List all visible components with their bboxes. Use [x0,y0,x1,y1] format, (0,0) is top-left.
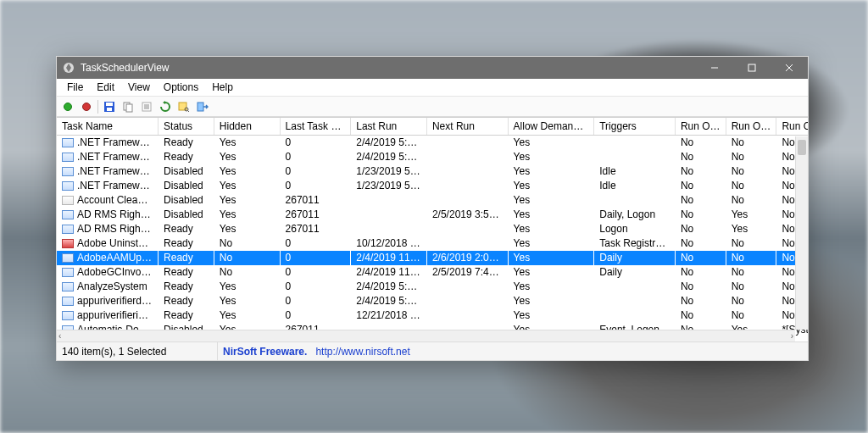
find-button[interactable] [176,99,192,114]
cell[interactable]: Ready [159,236,214,251]
cell[interactable]: Yes [214,222,280,236]
cell[interactable]: Yes [214,280,280,294]
cell[interactable]: Idle [594,179,676,193]
cell[interactable]: Yes [214,150,280,164]
cell[interactable]: 2/4/2019 11:46... [351,265,427,280]
cell[interactable]: No [726,236,776,251]
cell[interactable]: Disabled [159,208,214,222]
cell[interactable]: No [726,193,776,208]
cell[interactable]: No [675,280,726,294]
cell[interactable] [426,179,508,193]
cell[interactable]: Ready [159,308,214,323]
cell[interactable]: Daily, Logon [594,208,676,222]
maximize-button[interactable] [733,57,771,79]
cell[interactable]: .NET Framework ... [57,136,159,150]
cell[interactable]: Task Registrati... [594,236,676,251]
cell[interactable] [426,136,508,150]
cell[interactable] [426,164,508,179]
cell[interactable]: 0 [280,294,351,308]
menu-file[interactable]: File [60,80,90,95]
table-row[interactable]: .NET Framework ...ReadyYes02/4/2019 5:50… [57,136,808,150]
cell[interactable]: No [726,308,776,323]
vertical-scrollbar[interactable] [795,136,808,330]
cell[interactable]: Yes [508,164,594,179]
disable-task-button[interactable] [79,99,94,114]
table-row[interactable]: appuriverifierinst...ReadyYes012/21/2018… [57,308,808,323]
cell[interactable]: 0 [280,150,351,164]
menu-help[interactable]: Help [205,80,240,95]
scroll-left-icon[interactable]: ‹ [58,331,61,341]
cell[interactable]: 267011 [280,193,351,208]
cell[interactable]: AdobeGCInvoker... [57,265,159,280]
cell[interactable]: Yes [508,251,594,265]
exit-button[interactable] [195,99,210,114]
table-row[interactable]: AdobeAAMUpd...ReadyNo02/4/2019 11:46...2… [57,251,808,265]
column-header[interactable]: Hidden [214,118,280,136]
cell[interactable]: appuriverifierinst... [57,308,159,323]
cell[interactable]: 2/5/2019 7:45:... [426,265,508,280]
cell[interactable]: 1/23/2019 5:44... [351,164,427,179]
cell[interactable]: No [726,280,776,294]
cell[interactable]: Ready [159,251,214,265]
cell[interactable]: No [726,136,776,150]
cell[interactable]: Yes [508,179,594,193]
column-header[interactable]: Status [159,118,214,136]
cell[interactable]: 2/4/2019 5:50:... [351,294,427,308]
cell[interactable]: Disabled [159,193,214,208]
table-row[interactable]: appuriverifierdailyReadyYes02/4/2019 5:5… [57,294,808,308]
cell[interactable]: No [675,265,726,280]
cell[interactable]: 12/21/2018 7:4... [351,308,427,323]
cell[interactable]: 0 [280,280,351,294]
cell[interactable]: 0 [280,179,351,193]
cell[interactable]: Yes [508,280,594,294]
column-header[interactable]: Task Name [57,118,159,136]
table-row[interactable]: AdobeGCInvoker...ReadyNo02/4/2019 11:46.… [57,265,808,280]
cell[interactable]: Ready [159,265,214,280]
cell[interactable]: Yes [508,193,594,208]
cell[interactable]: AD RMS Rights P... [57,222,159,236]
cell[interactable]: Ready [159,136,214,150]
cell[interactable] [351,208,427,222]
column-header[interactable]: Last Task Re... [280,118,351,136]
cell[interactable]: 2/4/2019 5:51:... [351,280,427,294]
scroll-right-icon[interactable]: › [791,331,793,341]
cell[interactable]: No [675,150,726,164]
cell[interactable]: Yes [508,236,594,251]
cell[interactable]: Yes [508,150,594,164]
menu-view[interactable]: View [121,80,157,95]
cell[interactable]: Yes [214,179,280,193]
cell[interactable] [594,150,676,164]
cell[interactable]: Yes [508,208,594,222]
cell[interactable]: No [726,294,776,308]
cell[interactable]: Yes [726,208,776,222]
save-button[interactable] [102,99,117,114]
cell[interactable]: Idle [594,164,676,179]
cell[interactable]: 0 [280,308,351,323]
cell[interactable]: AD RMS Rights P... [57,208,159,222]
table-row[interactable]: AD RMS Rights P...ReadyYes267011YesLogon… [57,222,808,236]
cell[interactable]: Yes [214,193,280,208]
column-header[interactable]: Last Run [351,118,427,136]
cell[interactable]: 0 [280,236,351,251]
column-header[interactable]: Allow Demand S... [508,118,594,136]
cell[interactable]: Ready [159,150,214,164]
scrollbar-thumb[interactable] [798,140,806,155]
cell[interactable]: Daily [594,265,676,280]
cell[interactable] [594,136,676,150]
cell[interactable] [426,308,508,323]
cell[interactable]: Yes [508,136,594,150]
cell[interactable]: No [675,236,726,251]
cell[interactable] [426,294,508,308]
cell[interactable]: .NET Framework ... [57,179,159,193]
cell[interactable]: No [726,150,776,164]
cell[interactable]: Yes [726,222,776,236]
cell[interactable]: 267011 [280,208,351,222]
properties-button[interactable] [139,99,154,114]
cell[interactable]: Yes [214,294,280,308]
cell[interactable] [351,193,427,208]
cell[interactable]: No [214,265,280,280]
cell[interactable]: 2/6/2019 2:00:... [426,251,508,265]
cell[interactable]: AnalyzeSystem [57,280,159,294]
table-row[interactable]: Adobe UninstallerReadyNo010/12/2018 4:0.… [57,236,808,251]
column-header[interactable]: Run On Event [776,118,808,136]
